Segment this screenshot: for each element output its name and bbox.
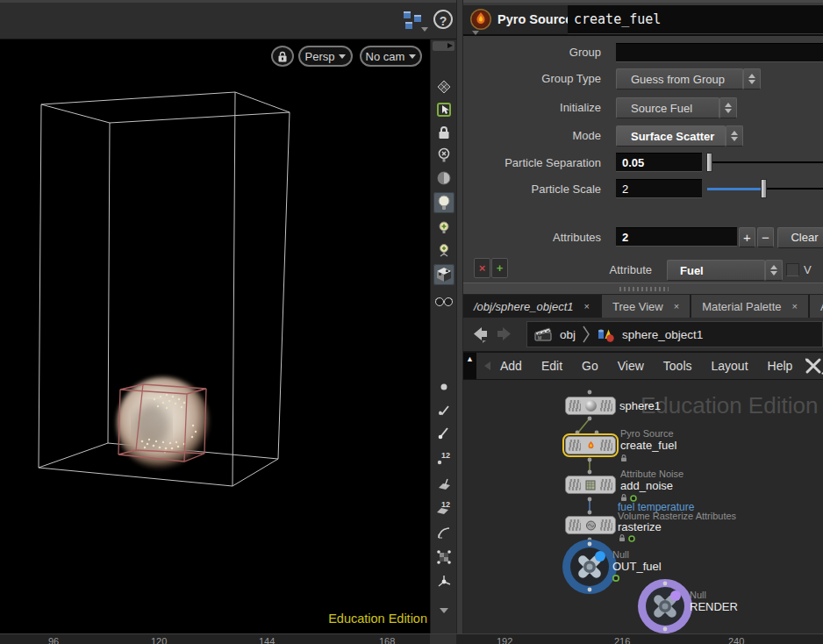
menu-add[interactable]: Add — [490, 359, 532, 373]
hide-other-objects-icon[interactable] — [433, 145, 454, 166]
attributes-clear-button[interactable]: Clear — [777, 227, 823, 248]
attribute-dropdown[interactable]: Fuel — [667, 260, 765, 281]
chevron-down-icon[interactable] — [472, 31, 479, 35]
secure-selection-icon[interactable] — [433, 122, 454, 143]
path-bar: M obj sphere_object1 — [463, 318, 823, 352]
show-all-objects-icon[interactable] — [433, 192, 454, 213]
lock-badge-icon — [619, 454, 628, 462]
prim-normals-icon[interactable] — [433, 473, 454, 494]
camera-select-button[interactable]: No cam — [360, 46, 422, 67]
customize-tools-icon[interactable] — [804, 355, 823, 376]
view-plane-icon[interactable] — [433, 76, 454, 97]
node-sphere1[interactable] — [565, 397, 616, 415]
points-display-icon[interactable] — [433, 376, 454, 397]
insert-attribute-row-button[interactable]: + — [491, 258, 508, 278]
menu-tools[interactable]: Tools — [654, 359, 702, 373]
scene-wireframe — [0, 39, 430, 633]
camera-lock-button[interactable] — [271, 46, 294, 67]
close-icon[interactable]: × — [583, 301, 589, 311]
tab-obj-sphere-object1[interactable]: /obj/sphere_object1 × — [463, 295, 602, 318]
mode-spinner[interactable] — [726, 125, 743, 147]
parameter-title-bar: Pyro Source create_fuel — [463, 5, 823, 36]
mode-dropdown[interactable]: Surface Scatter — [616, 125, 726, 147]
menu-view[interactable]: View — [608, 359, 654, 373]
point-numbers-icon[interactable]: 12 — [433, 448, 454, 469]
divider-grip[interactable] — [619, 287, 669, 291]
display-options-toolbar: 12 12 — [430, 39, 456, 633]
close-icon[interactable]: × — [792, 301, 798, 311]
group-type-spinner[interactable] — [743, 68, 761, 89]
rasterize-icon — [585, 520, 597, 531]
particle-scale-slider-fill[interactable] — [707, 188, 761, 190]
svg-text:M: M — [538, 335, 541, 340]
lights-icon[interactable] — [433, 217, 454, 238]
visualize-checkbox[interactable] — [786, 263, 799, 276]
point-normals-icon[interactable] — [433, 422, 454, 443]
tab-tree-view[interactable]: Tree View × — [602, 295, 691, 318]
particle-separation-input[interactable]: 0.05 — [616, 153, 702, 172]
particle-scale-slider-handle[interactable] — [761, 179, 767, 198]
particle-scale-input[interactable]: 2 — [616, 179, 702, 198]
pane-divider-horizontal[interactable] — [463, 283, 823, 295]
help-icon[interactable]: ? — [433, 10, 453, 29]
node-render[interactable] — [637, 578, 693, 634]
pane-maximize-tab[interactable]: ▲ — [463, 353, 476, 379]
node-out-fuel[interactable] — [562, 539, 618, 595]
frame-ruler[interactable]: 96 120 144 168 192 216 240 — [0, 633, 823, 644]
pane-divider-vertical[interactable] — [456, 0, 463, 644]
perspective-view-button[interactable]: Persp — [298, 46, 353, 67]
group-input[interactable] — [616, 43, 823, 62]
node-rasterize[interactable] — [565, 516, 616, 534]
menu-back-icon[interactable] — [484, 361, 490, 370]
display-options-icon[interactable] — [433, 290, 454, 311]
handles-icon[interactable] — [433, 571, 454, 592]
point-markers-icon[interactable] — [433, 399, 454, 420]
back-arrow-icon[interactable] — [470, 325, 490, 344]
prim-numbers-icon[interactable]: 12 — [433, 497, 454, 519]
pyro-source-icon[interactable] — [470, 9, 491, 30]
particle-scale-slider[interactable] — [766, 188, 823, 190]
menu-edit[interactable]: Edit — [532, 359, 572, 373]
attributes-remove-button[interactable]: − — [757, 227, 774, 247]
tab-asset[interactable]: Asset — [810, 295, 823, 318]
node-name-label: RENDER — [690, 600, 738, 613]
breadcrumb-current[interactable]: sphere_object1 — [622, 328, 703, 341]
delete-attribute-row-button[interactable]: × — [474, 258, 490, 278]
breadcrumb-root[interactable]: obj — [560, 328, 576, 341]
group-type-dropdown[interactable]: Guess from Group — [616, 68, 743, 89]
node-name-label: rasterize — [618, 520, 662, 533]
attribute-spinner[interactable] — [765, 260, 783, 281]
toolbar-scroll-nub[interactable] — [433, 41, 454, 51]
close-icon[interactable]: × — [674, 301, 679, 311]
attributes-count-input[interactable]: 2 — [616, 227, 737, 247]
desktop-layout-icon[interactable] — [404, 11, 426, 32]
group-overlay-icon[interactable] — [433, 547, 454, 568]
select-mode-icon[interactable] — [433, 99, 454, 120]
network-editor[interactable]: Education Edition sphere1 — [463, 380, 823, 633]
node-add-noise[interactable] — [565, 476, 616, 494]
display-textures-icon[interactable] — [433, 264, 454, 285]
lock-and-display-badges — [618, 533, 639, 542]
scene-viewport[interactable]: Persp No cam Education Edition — [0, 39, 430, 633]
camera-light-icon[interactable] — [433, 240, 454, 261]
particle-separation-slider[interactable] — [707, 161, 823, 163]
pane-tab-bar: /obj/sphere_object1 × Tree View × Materi… — [463, 295, 823, 318]
menu-layout[interactable]: Layout — [702, 359, 758, 373]
particle-separation-slider-handle[interactable] — [706, 153, 712, 172]
attributes-add-button[interactable]: + — [739, 227, 755, 247]
profile-curves-icon[interactable] — [433, 522, 454, 543]
initialize-dropdown[interactable]: Source Fuel — [616, 97, 719, 118]
ghost-other-objects-icon[interactable] — [433, 168, 454, 189]
menu-help[interactable]: Help — [758, 359, 803, 373]
particle-scale-label: Particle Scale — [463, 182, 601, 196]
node-create-fuel[interactable] — [565, 436, 616, 454]
initialize-spinner[interactable] — [719, 97, 737, 118]
menu-go[interactable]: Go — [572, 359, 608, 373]
particle-separation-label: Particle Separation — [463, 156, 601, 169]
initialize-label: Initialize — [463, 101, 601, 114]
more-options-icon[interactable] — [433, 599, 454, 620]
persp-label: Persp — [305, 50, 335, 63]
forward-arrow-icon[interactable] — [495, 325, 514, 344]
node-name-field[interactable]: create_fuel — [568, 5, 823, 34]
tab-material-palette[interactable]: Material Palette × — [691, 295, 810, 318]
